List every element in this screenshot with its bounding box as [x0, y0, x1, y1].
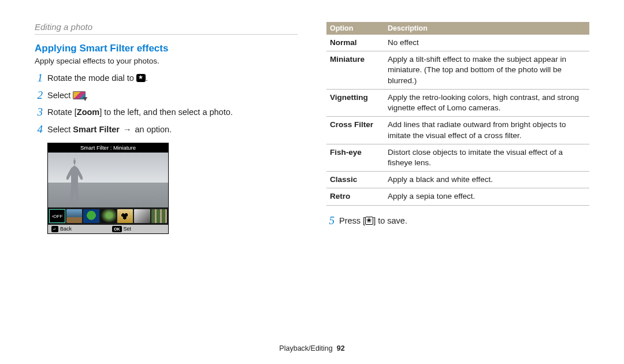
mode-dial-icon — [136, 74, 146, 82]
option-desc: Apply a black and white effect. — [384, 172, 589, 188]
option-desc: Add lines that radiate outward from brig… — [384, 117, 589, 144]
screen-viewport — [48, 153, 168, 207]
option-desc: No effect — [384, 35, 589, 51]
option-name: Miniature — [326, 51, 384, 90]
step-number: 2 — [35, 88, 43, 103]
option-name: Cross Filter — [326, 117, 384, 144]
step-2: 2 Select . — [35, 88, 298, 103]
step-3: 3 Rotate [Zoom] to the left, and then se… — [35, 105, 298, 120]
filter-thumb-cross[interactable] — [101, 209, 116, 223]
option-name: Retro — [326, 188, 384, 205]
option-desc: Apply the retro-looking colors, high con… — [384, 89, 589, 116]
step-number: 1 — [35, 71, 43, 86]
option-desc: Distort close objects to imitate the vis… — [384, 144, 589, 171]
back-hint: ⤶Back — [51, 226, 72, 232]
filter-thumb-classic[interactable] — [134, 209, 150, 223]
step-text: Press [] to save. — [339, 216, 407, 226]
options-table: Option Description NormalNo effectMiniat… — [326, 22, 589, 206]
camera-screen-preview: Smart Filter : Miniature ‹OFF ⤶Back OKSe… — [47, 143, 169, 234]
macro-button-icon — [365, 217, 373, 225]
page-heading: Applying Smart Filter effects — [35, 43, 298, 54]
filter-thumbnail-strip: ‹OFF — [48, 207, 168, 225]
options-tbody: NormalNo effectMiniatureApply a tilt-shi… — [326, 35, 589, 205]
step-number: 5 — [326, 214, 335, 228]
step-text: Select . — [47, 90, 88, 101]
step-number: 3 — [35, 105, 43, 120]
step-1: 1 Rotate the mode dial to . — [35, 71, 298, 86]
filter-thumb-retro[interactable] — [151, 209, 167, 223]
back-key-icon: ⤶ — [51, 226, 58, 232]
option-name: Fish-eye — [326, 144, 384, 171]
filter-off-button[interactable]: ‹OFF — [49, 209, 65, 223]
table-row: RetroApply a sepia tone effect. — [326, 188, 589, 205]
table-row: Fish-eyeDistort close objects to imitate… — [326, 144, 589, 171]
th-description: Description — [384, 22, 589, 35]
option-name: Classic — [326, 172, 384, 188]
ok-key-icon: OK — [112, 226, 122, 232]
filter-thumb-vignetting[interactable] — [83, 209, 99, 223]
step-text: Select Smart Filter → an option. — [47, 124, 172, 135]
divider — [35, 34, 298, 35]
screen-footer: ⤶Back OKSet — [48, 225, 168, 233]
option-desc: Apply a sepia tone effect. — [384, 188, 589, 205]
table-row: NormalNo effect — [326, 35, 589, 51]
table-row: Cross FilterAdd lines that radiate outwa… — [326, 117, 589, 144]
table-row: MiniatureApply a tilt-shift effect to ma… — [326, 51, 589, 90]
step-5: 5 Press [] to save. — [326, 214, 589, 228]
table-row: VignettingApply the retro-looking colors… — [326, 89, 589, 116]
silhouette-figure — [61, 155, 85, 207]
option-desc: Apply a tilt-shift effect to make the su… — [384, 51, 589, 90]
step-text: Rotate [Zoom] to the left, and then sele… — [47, 107, 233, 118]
filter-thumb-miniature[interactable] — [66, 209, 82, 223]
table-row: ClassicApply a black and white effect. — [326, 172, 589, 188]
step-4: 4 Select Smart Filter → an option. — [35, 122, 298, 137]
breadcrumb-section: Editing a photo — [35, 22, 298, 32]
step-text: Rotate the mode dial to . — [47, 73, 148, 84]
intro-text: Apply special effects to your photos. — [35, 57, 298, 65]
filter-thumb-fisheye[interactable] — [117, 209, 133, 223]
option-name: Normal — [326, 35, 384, 51]
page-footer: Playback/Editing 92 — [0, 344, 624, 352]
screen-title: Smart Filter : Miniature — [48, 143, 168, 153]
edit-icon — [73, 91, 86, 99]
set-hint: OKSet — [112, 226, 131, 232]
th-option: Option — [326, 22, 384, 35]
step-number: 4 — [35, 122, 43, 137]
option-name: Vignetting — [326, 89, 384, 116]
